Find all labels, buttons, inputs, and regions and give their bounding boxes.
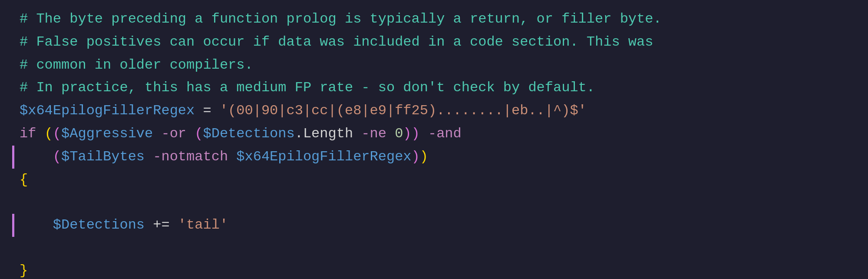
code-line-8: { bbox=[12, 169, 856, 192]
line-5-var: $x64EpilogFillerRegex bbox=[20, 100, 195, 123]
code-line-11 bbox=[12, 237, 856, 259]
code-line-6: if (($Aggressive -or ($Detections.Length… bbox=[12, 123, 856, 146]
line-7-close: ) bbox=[412, 146, 420, 169]
line-bar-10 bbox=[12, 214, 14, 237]
line-8-brace: { bbox=[20, 169, 28, 192]
line-5-eq: = bbox=[195, 100, 220, 123]
line-6-paren2: ( bbox=[53, 123, 61, 146]
code-line-12: } bbox=[12, 259, 856, 279]
line-6-ne: -ne bbox=[361, 123, 386, 146]
code-line-10: $Detections += 'tail' bbox=[12, 214, 856, 237]
line-7-regex: $x64EpilogFillerRegex bbox=[236, 146, 411, 169]
line-2-text: # False positives can occur if data was … bbox=[20, 31, 653, 54]
code-line-2: # False positives can occur if data was … bbox=[12, 31, 856, 54]
line-6-aggressive: $Aggressive bbox=[61, 123, 153, 146]
code-line-7: ($TailBytes -notmatch $x64EpilogFillerRe… bbox=[12, 146, 856, 169]
line-6-if: if bbox=[20, 123, 36, 146]
line-6-or: -or bbox=[161, 123, 186, 146]
line-6-and: -and bbox=[428, 123, 462, 146]
code-line-9 bbox=[12, 191, 856, 214]
line-bar-7 bbox=[12, 146, 14, 169]
line-6-detections: $Detections bbox=[203, 123, 294, 146]
code-line-3: # common in older compilers. bbox=[12, 54, 856, 77]
line-4-text: # In practice, this has a medium FP rate… bbox=[20, 76, 595, 100]
line-12-brace: } bbox=[20, 259, 28, 279]
line-10-string: 'tail' bbox=[178, 214, 228, 237]
code-line-5: $x64EpilogFillerRegex = '(00|90|c3|cc|(e… bbox=[12, 100, 856, 123]
code-line-4: # In practice, this has a medium FP rate… bbox=[12, 76, 856, 100]
line-1-text: # The byte preceding a function prolog i… bbox=[20, 8, 662, 31]
line-7-paren1: ( bbox=[53, 146, 61, 169]
line-5-string: '(00|90|c3|cc|(e8|e9|ff25)........|eb..|… bbox=[220, 100, 587, 123]
line-7-tailbytes: $TailBytes bbox=[61, 146, 145, 169]
line-6-close2: )) bbox=[403, 123, 419, 146]
code-line-1: # The byte preceding a function prolog i… bbox=[12, 8, 856, 31]
line-10-op: += bbox=[145, 214, 178, 237]
line-6-paren3: ( bbox=[195, 123, 203, 146]
line-6-paren1: ( bbox=[45, 123, 53, 146]
line-6-zero: 0 bbox=[395, 123, 403, 146]
line-7-notmatch: -notmatch bbox=[153, 146, 228, 169]
code-editor: # The byte preceding a function prolog i… bbox=[0, 0, 868, 279]
line-7-close-yellow: ) bbox=[420, 146, 428, 169]
line-3-text: # common in older compilers. bbox=[20, 54, 253, 77]
line-10-var: $Detections bbox=[53, 214, 145, 237]
